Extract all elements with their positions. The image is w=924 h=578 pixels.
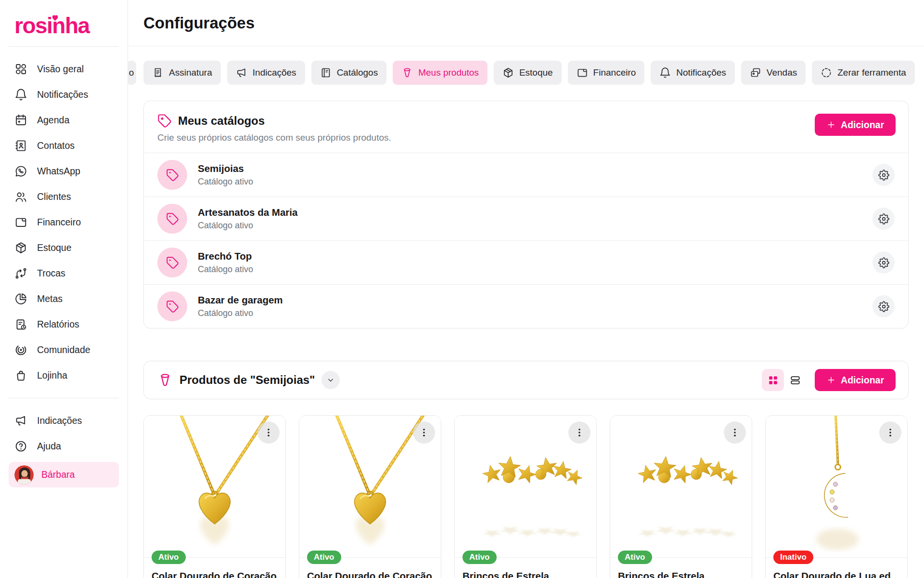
- products-section-header: Produtos de "Semijoias" Adicionar: [143, 361, 909, 399]
- sidebar-nav: Visão geral Notificações Agenda Contatos…: [0, 53, 128, 391]
- tab-zerar-ferramenta[interactable]: Zerar ferramenta: [812, 61, 915, 85]
- product-menu-button[interactable]: [257, 421, 280, 444]
- grid-view-toggle[interactable]: [762, 369, 784, 391]
- kebab-menu-icon: [885, 427, 896, 438]
- sidebar-item-comunidade[interactable]: Comunidade: [0, 337, 128, 363]
- receipt-icon: [152, 67, 164, 79]
- status-badge: Ativo: [462, 551, 497, 564]
- catalog-settings-button[interactable]: [873, 295, 895, 317]
- users-icon: [14, 190, 27, 203]
- sidebar-item-financeiro[interactable]: Financeiro: [0, 210, 128, 235]
- tab-label: Assinatura: [169, 67, 212, 78]
- product-menu-button[interactable]: [568, 421, 590, 444]
- sidebar-item-trocas[interactable]: Trocas: [0, 261, 128, 286]
- megaphone-icon: [236, 67, 247, 79]
- gem-icon: [401, 67, 413, 79]
- product-card[interactable]: Ativo Colar Dourado de Coração: [299, 415, 441, 578]
- tab-vendas[interactable]: Vendas: [741, 61, 806, 85]
- dashboard-icon: [14, 63, 27, 76]
- catalog-name: Semijoias: [198, 163, 873, 174]
- product-menu-button[interactable]: [724, 421, 746, 444]
- tab-label: Catálogos: [337, 67, 378, 78]
- sidebar-item-label: Notificações: [37, 89, 88, 100]
- product-menu-button[interactable]: [879, 421, 901, 444]
- gem-icon: [157, 372, 173, 388]
- bell-icon: [14, 88, 27, 101]
- sidebar-item-relatorios[interactable]: Relatórios: [0, 312, 128, 337]
- tab-financeiro[interactable]: Financeiro: [568, 61, 645, 85]
- add-catalog-button-label: Adicionar: [841, 119, 884, 131]
- catalog-status: Catálogo ativo: [198, 177, 873, 187]
- product-image-gold-star-earrings: Ativo: [610, 416, 752, 558]
- swap-arrows-icon: [14, 267, 27, 280]
- photo-stack-icon: [750, 67, 761, 79]
- help-circle-icon: [14, 440, 27, 453]
- catalog-row-artesanatos-da-maria[interactable]: Artesanatos da Maria Catálogo ativo: [144, 197, 908, 240]
- product-card[interactable]: Ativo Brincos de Estrela: [454, 415, 597, 578]
- sidebar-item-metas[interactable]: Metas: [0, 286, 128, 312]
- product-image-gold-moon-necklace: Inativo: [766, 416, 907, 558]
- catalog-row-brecho-top[interactable]: Brechó Top Catálogo ativo: [144, 240, 908, 284]
- sidebar-user-barbara[interactable]: Bárbara: [9, 462, 119, 487]
- brand-logo: rosinha: [0, 12, 128, 39]
- catalog-settings-button[interactable]: [873, 251, 895, 274]
- sidebar-item-whatsapp[interactable]: WhatsApp: [0, 158, 128, 184]
- bell-icon: [659, 67, 671, 79]
- tab-notificacoes[interactable]: Notificações: [651, 61, 735, 85]
- catalog-name: Brechó Top: [198, 250, 873, 262]
- product-card[interactable]: Ativo Colar Dourado de Coração: [143, 415, 286, 578]
- tab-label: Meus produtos: [418, 67, 479, 78]
- catalog-settings-button[interactable]: [873, 164, 895, 186]
- tab-overflow-left[interactable]: o: [128, 61, 136, 85]
- kebab-menu-icon: [419, 427, 429, 438]
- catalog-settings-button[interactable]: [873, 208, 895, 230]
- avatar: [14, 465, 34, 485]
- sidebar-item-agenda[interactable]: Agenda: [0, 107, 128, 133]
- sidebar-item-lojinha[interactable]: Lojinha: [0, 363, 128, 388]
- add-catalog-button[interactable]: Adicionar: [815, 114, 896, 136]
- page-header: Configurações: [128, 0, 924, 46]
- calendar-icon: [14, 114, 27, 127]
- sidebar-item-contatos[interactable]: Contatos: [0, 133, 128, 158]
- catalog-select-dropdown[interactable]: [321, 371, 340, 389]
- catalog-row-bazar-de-garagem[interactable]: Bazar de garagem Catálogo ativo: [144, 284, 908, 328]
- add-product-button[interactable]: Adicionar: [815, 369, 896, 391]
- settings-tab-strip: o Assinatura Indicações Catálogos Meus p…: [143, 61, 909, 85]
- plus-icon: [826, 120, 836, 130]
- sidebar-item-label: Ajuda: [37, 441, 61, 452]
- sidebar-item-clientes[interactable]: Clientes: [0, 184, 128, 210]
- sidebar-item-visao-geral[interactable]: Visão geral: [0, 56, 128, 82]
- sidebar-item-label: Visão geral: [37, 64, 84, 75]
- catalog-row-semijoias[interactable]: Semijoias Catálogo ativo: [144, 153, 908, 197]
- heart-icon: [51, 13, 59, 22]
- sidebar-item-estoque[interactable]: Estoque: [0, 235, 128, 261]
- tag-icon: [157, 160, 187, 190]
- package-icon: [14, 241, 27, 254]
- tab-meus-produtos[interactable]: Meus produtos: [393, 61, 488, 85]
- product-card[interactable]: Inativo Colar Dourado de Lua ed: [765, 415, 908, 578]
- tab-indicacoes[interactable]: Indicações: [227, 61, 305, 85]
- broadcast-icon: [14, 343, 27, 356]
- tab-estoque[interactable]: Estoque: [494, 61, 562, 85]
- catalog-status: Catálogo ativo: [198, 221, 873, 231]
- products-section-title: Produtos de "Semijoias": [180, 373, 315, 387]
- megaphone-icon: [14, 414, 27, 427]
- tab-catalogos[interactable]: Catálogos: [311, 61, 387, 85]
- sidebar-divider: [9, 398, 119, 398]
- sidebar-item-notificacoes[interactable]: Notificações: [0, 82, 128, 107]
- list-view-toggle[interactable]: [784, 369, 806, 391]
- my-catalogs-card: Meus catálogos Crie seus próprios catálo…: [143, 101, 909, 328]
- catalog-book-icon: [320, 67, 332, 79]
- catalog-status: Catálogo ativo: [198, 264, 873, 275]
- sidebar-item-indicacoes[interactable]: Indicações: [0, 408, 128, 434]
- sidebar-item-label: Comunidade: [37, 344, 90, 355]
- product-card[interactable]: Ativo Brincos de Estrela: [610, 415, 752, 578]
- list-icon: [789, 374, 801, 386]
- sidebar-item-label: Metas: [37, 293, 63, 304]
- add-product-button-label: Adicionar: [841, 375, 884, 386]
- product-menu-button[interactable]: [413, 421, 435, 444]
- tab-assinatura[interactable]: Assinatura: [143, 61, 221, 85]
- sidebar-item-label: Relatórios: [37, 319, 79, 330]
- sidebar-item-ajuda[interactable]: Ajuda: [0, 434, 128, 459]
- kebab-menu-icon: [574, 427, 585, 438]
